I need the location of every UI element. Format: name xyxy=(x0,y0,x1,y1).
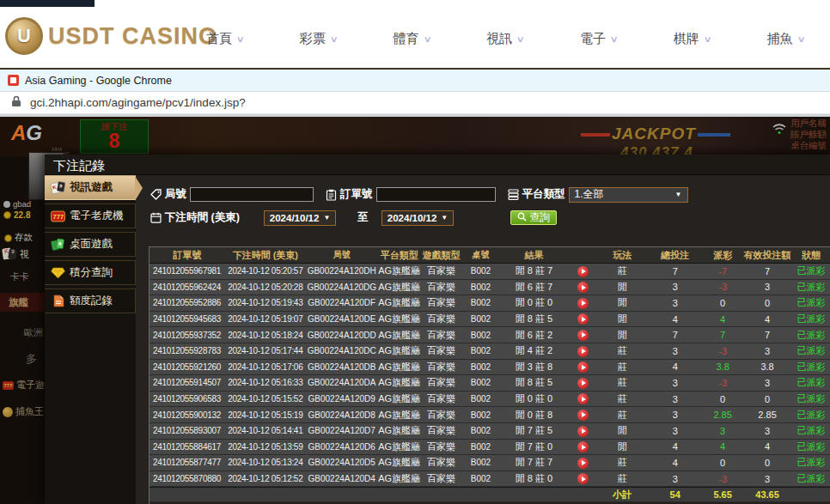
sidebar-item-slot[interactable]: 777電子老虎機 xyxy=(45,203,136,228)
cell-play: 莊 xyxy=(597,456,647,469)
table-row: 2410120559528862024-10-12 05:19:43GB0022… xyxy=(150,295,830,312)
platform-type-value: 1.全部 xyxy=(575,187,604,202)
cell-payout: -3 xyxy=(703,346,742,356)
play-cell xyxy=(568,313,597,325)
table-subtotal-row: 小計 54 5.65 43.65 xyxy=(150,487,830,502)
url-bar[interactable]: gci.2hhapi.com/agingame/pcv1/index.jsp? xyxy=(0,92,830,114)
nav-item[interactable]: 首頁∨ xyxy=(206,31,243,47)
cell-time: 2024-10-12 05:14:41 xyxy=(225,426,306,435)
play-video-button[interactable] xyxy=(577,266,589,277)
table-row: 2410120559373522024-10-12 05:18:24GB0022… xyxy=(150,327,830,343)
column-header: 下注時間 (美東) xyxy=(225,249,306,262)
cell-time: 2024-10-12 05:16:33 xyxy=(225,378,306,387)
cell-status: 已派彩 xyxy=(792,472,830,485)
date-from-value: 2024/10/12 xyxy=(270,213,320,223)
sidebar-item-cards[interactable]: K9視訊遊戲 xyxy=(45,175,136,200)
menu-item-flagship[interactable]: 旗艦 xyxy=(0,293,45,312)
table-row: 2410120558846172024-10-12 05:13:59GB0022… xyxy=(150,440,830,456)
cell-table_no: B002 xyxy=(462,458,500,467)
cell-round: GB00224A120DB xyxy=(306,362,378,372)
play-video-button[interactable] xyxy=(577,378,589,389)
chevron-down-icon: ∨ xyxy=(610,34,619,44)
date-to-select[interactable]: 2024/10/12 ▼ xyxy=(381,210,454,226)
bet-records-table: 訂單號下注時間 (美東)局號平台類型遊戲類型桌號結果玩法總投注派彩有效投注額狀態… xyxy=(149,246,830,504)
nav-item[interactable]: 體育∨ xyxy=(394,31,430,47)
cell-valid: 3 xyxy=(742,474,792,484)
play-video-button[interactable] xyxy=(577,298,589,309)
cell-status: 已派彩 xyxy=(792,392,830,405)
play-video-button[interactable] xyxy=(577,441,589,452)
cell-status: 已派彩 xyxy=(792,344,830,357)
dropdown-arrow-icon: ▼ xyxy=(323,214,330,222)
cell-play: 閒 xyxy=(597,440,647,453)
nav-item[interactable]: 電子∨ xyxy=(580,31,617,47)
play-cell xyxy=(568,393,597,405)
play-video-button[interactable] xyxy=(577,458,589,469)
cell-platform: AG旗艦廳 xyxy=(378,313,421,325)
site-logo[interactable]: U USDT CASINO xyxy=(5,17,217,55)
balance-row: 22.8 xyxy=(3,210,30,220)
cell-play: 莊 xyxy=(597,409,647,422)
deposit-button[interactable]: 存款 xyxy=(4,232,33,244)
menu-item-video[interactable]: 視 xyxy=(3,248,29,261)
user-info-labels: 用戶名稱 賬戶餘額 桌台編號 xyxy=(790,118,827,151)
nav-item[interactable]: 棋牌∨ xyxy=(674,31,711,47)
cell-result: 閒 0 莊 0 xyxy=(499,296,568,309)
play-video-button[interactable] xyxy=(577,410,589,421)
cell-game: 百家樂 xyxy=(421,344,462,357)
game-no-input[interactable] xyxy=(190,187,314,202)
cell-round: GB00224A120D8 xyxy=(306,410,378,420)
nav-item[interactable]: 捕魚∨ xyxy=(767,31,804,47)
chevron-down-icon: ∨ xyxy=(703,34,711,44)
popup-body: K9視訊遊戲777電子老虎機桌面遊戲積分查詢額度記錄 局號 訂單號 xyxy=(45,175,830,504)
cell-status: 已派彩 xyxy=(792,376,830,389)
game-no-label: 局號 xyxy=(150,187,186,202)
game-page: AG ASIA GAMING 請下注 8 JACKPOT 430,437.4 用… xyxy=(0,114,830,504)
sidebar-item-table-games[interactable]: 桌面遊戲 xyxy=(45,232,136,257)
browser-tab[interactable] xyxy=(0,0,95,7)
date-from-select[interactable]: 2024/10/12 ▼ xyxy=(264,210,336,226)
deposit-label: 存款 xyxy=(15,232,33,244)
play-video-button[interactable] xyxy=(577,346,589,357)
column-header: 總投注 xyxy=(647,249,703,262)
magnifier-icon xyxy=(517,212,527,224)
search-button[interactable]: 查詢 xyxy=(510,210,557,225)
cell-result: 閒 6 莊 2 xyxy=(499,329,568,342)
cell-bet: 3 xyxy=(647,346,703,356)
cell-valid: 4 xyxy=(742,314,792,325)
play-video-button[interactable] xyxy=(577,282,589,293)
cell-play: 莊 xyxy=(597,361,647,373)
cell-payout: 4 xyxy=(703,314,742,325)
menu-item-kaka[interactable]: 卡卡 xyxy=(10,270,29,283)
nav-item[interactable]: 彩票∨ xyxy=(300,31,337,47)
cell-valid: 3 xyxy=(742,282,792,292)
url-text: gci.2hhapi.com/agingame/pcv1/index.jsp? xyxy=(30,96,246,109)
menu-item-europe[interactable]: 歐洲 xyxy=(24,326,43,339)
play-video-button[interactable] xyxy=(577,361,589,373)
cell-bet: 7 xyxy=(647,266,703,276)
cell-platform: AG旗艦廳 xyxy=(378,424,421,437)
play-video-button[interactable] xyxy=(577,330,589,341)
platform-type-select[interactable]: 1.全部 ▼ xyxy=(569,187,688,203)
play-video-button[interactable] xyxy=(577,426,589,437)
play-video-button[interactable] xyxy=(577,393,589,404)
cell-table_no: B002 xyxy=(462,331,500,340)
order-no-input[interactable] xyxy=(376,187,496,202)
cell-round: GB00224A120D4 xyxy=(306,474,378,483)
cell-table_no: B002 xyxy=(462,266,500,276)
sidebar-item-diamond[interactable]: 積分查詢 xyxy=(45,260,136,285)
cell-valid: 3 xyxy=(742,378,792,388)
cell-order: 241012055937352 xyxy=(150,331,225,340)
nav-item[interactable]: 視訊∨ xyxy=(486,31,523,47)
cell-result: 閒 8 莊 5 xyxy=(499,313,568,325)
play-video-button[interactable] xyxy=(577,473,589,484)
play-cell xyxy=(568,425,597,437)
column-header: 派彩 xyxy=(703,249,742,262)
cell-order: 241012055900132 xyxy=(150,410,225,420)
menu-item-fishing[interactable]: 捕魚王 xyxy=(3,405,44,418)
play-video-button[interactable] xyxy=(577,313,589,325)
column-header: 局號 xyxy=(306,249,378,261)
table-row: 2410120559456832024-10-12 05:19:07GB0022… xyxy=(150,312,830,328)
sidebar-item-document[interactable]: 額度記錄 xyxy=(45,288,136,313)
cell-time: 2024-10-12 05:12:52 xyxy=(225,474,306,483)
